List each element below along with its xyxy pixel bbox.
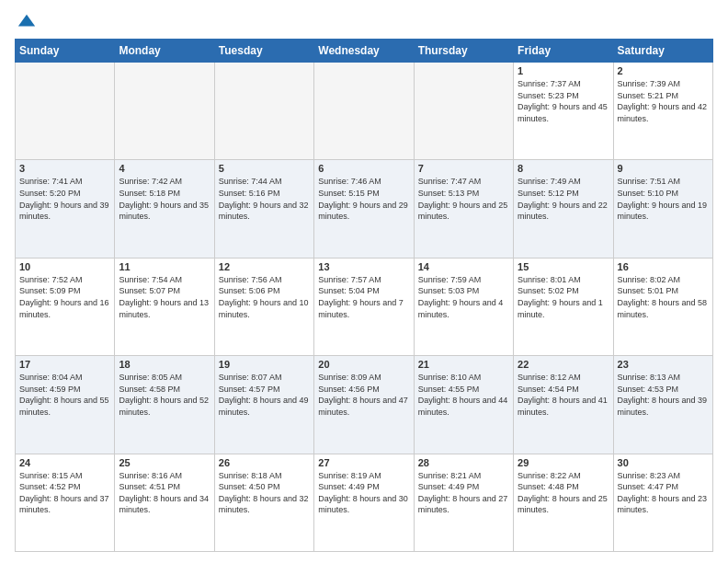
calendar-cell: 24Sunrise: 8:15 AM Sunset: 4:52 PM Dayli… bbox=[16, 454, 115, 551]
day-info: Sunrise: 8:05 AM Sunset: 4:58 PM Dayligh… bbox=[119, 372, 210, 418]
calendar-cell: 25Sunrise: 8:16 AM Sunset: 4:51 PM Dayli… bbox=[115, 454, 214, 551]
calendar-cell: 17Sunrise: 8:04 AM Sunset: 4:59 PM Dayli… bbox=[16, 356, 115, 454]
day-info: Sunrise: 7:41 AM Sunset: 5:20 PM Dayligh… bbox=[19, 176, 110, 222]
day-number: 28 bbox=[418, 457, 509, 468]
day-info: Sunrise: 7:37 AM Sunset: 5:23 PM Dayligh… bbox=[518, 78, 609, 124]
calendar-week-row: 3Sunrise: 7:41 AM Sunset: 5:20 PM Daylig… bbox=[16, 160, 713, 258]
day-number: 1 bbox=[518, 65, 609, 76]
day-info: Sunrise: 8:13 AM Sunset: 4:53 PM Dayligh… bbox=[618, 372, 709, 418]
weekday-header-tuesday: Tuesday bbox=[214, 40, 313, 63]
day-info: Sunrise: 8:09 AM Sunset: 4:56 PM Dayligh… bbox=[318, 372, 409, 418]
calendar-cell: 20Sunrise: 8:09 AM Sunset: 4:56 PM Dayli… bbox=[314, 356, 414, 454]
day-number: 24 bbox=[19, 457, 110, 468]
calendar-cell: 16Sunrise: 8:02 AM Sunset: 5:01 PM Dayli… bbox=[613, 258, 712, 355]
calendar-cell: 27Sunrise: 8:19 AM Sunset: 4:49 PM Dayli… bbox=[314, 454, 414, 551]
calendar-cell bbox=[115, 63, 214, 160]
day-number: 30 bbox=[618, 457, 709, 468]
day-number: 21 bbox=[418, 359, 509, 370]
day-number: 29 bbox=[518, 457, 609, 468]
calendar-cell bbox=[214, 63, 313, 160]
logo bbox=[15, 11, 37, 31]
calendar-cell: 21Sunrise: 8:10 AM Sunset: 4:55 PM Dayli… bbox=[414, 356, 513, 454]
day-info: Sunrise: 8:22 AM Sunset: 4:48 PM Dayligh… bbox=[518, 470, 609, 516]
day-number: 11 bbox=[119, 261, 210, 272]
calendar-cell: 6Sunrise: 7:46 AM Sunset: 5:15 PM Daylig… bbox=[314, 160, 414, 258]
day-info: Sunrise: 8:21 AM Sunset: 4:49 PM Dayligh… bbox=[418, 470, 509, 516]
calendar-cell: 13Sunrise: 7:57 AM Sunset: 5:04 PM Dayli… bbox=[314, 258, 414, 355]
calendar-cell: 12Sunrise: 7:56 AM Sunset: 5:06 PM Dayli… bbox=[214, 258, 313, 355]
day-info: Sunrise: 8:01 AM Sunset: 5:02 PM Dayligh… bbox=[518, 274, 609, 320]
day-info: Sunrise: 7:47 AM Sunset: 5:13 PM Dayligh… bbox=[418, 176, 509, 222]
day-info: Sunrise: 8:15 AM Sunset: 4:52 PM Dayligh… bbox=[19, 470, 110, 516]
calendar-cell: 1Sunrise: 7:37 AM Sunset: 5:23 PM Daylig… bbox=[514, 63, 613, 160]
weekday-header-wednesday: Wednesday bbox=[314, 40, 414, 63]
calendar-cell: 7Sunrise: 7:47 AM Sunset: 5:13 PM Daylig… bbox=[414, 160, 513, 258]
logo-text bbox=[15, 11, 37, 31]
day-number: 20 bbox=[318, 359, 409, 370]
day-info: Sunrise: 8:12 AM Sunset: 4:54 PM Dayligh… bbox=[518, 372, 609, 418]
calendar-cell: 29Sunrise: 8:22 AM Sunset: 4:48 PM Dayli… bbox=[514, 454, 613, 551]
weekday-header-monday: Monday bbox=[115, 40, 214, 63]
day-info: Sunrise: 8:18 AM Sunset: 4:50 PM Dayligh… bbox=[219, 470, 310, 516]
calendar-cell: 2Sunrise: 7:39 AM Sunset: 5:21 PM Daylig… bbox=[613, 63, 712, 160]
day-info: Sunrise: 8:07 AM Sunset: 4:57 PM Dayligh… bbox=[219, 372, 310, 418]
day-info: Sunrise: 7:56 AM Sunset: 5:06 PM Dayligh… bbox=[219, 274, 310, 320]
calendar-cell: 14Sunrise: 7:59 AM Sunset: 5:03 PM Dayli… bbox=[414, 258, 513, 355]
day-number: 9 bbox=[618, 163, 709, 174]
day-number: 19 bbox=[219, 359, 310, 370]
day-info: Sunrise: 7:52 AM Sunset: 5:09 PM Dayligh… bbox=[19, 274, 110, 320]
weekday-header-thursday: Thursday bbox=[414, 40, 513, 63]
calendar-cell: 18Sunrise: 8:05 AM Sunset: 4:58 PM Dayli… bbox=[115, 356, 214, 454]
day-number: 17 bbox=[19, 359, 110, 370]
day-number: 4 bbox=[119, 163, 210, 174]
day-info: Sunrise: 7:51 AM Sunset: 5:10 PM Dayligh… bbox=[618, 176, 709, 222]
calendar-cell bbox=[414, 63, 513, 160]
day-number: 12 bbox=[219, 261, 310, 272]
page: SundayMondayTuesdayWednesdayThursdayFrid… bbox=[0, 0, 728, 563]
day-number: 6 bbox=[318, 163, 409, 174]
calendar-cell: 10Sunrise: 7:52 AM Sunset: 5:09 PM Dayli… bbox=[16, 258, 115, 355]
calendar-cell: 9Sunrise: 7:51 AM Sunset: 5:10 PM Daylig… bbox=[613, 160, 712, 258]
calendar-cell: 28Sunrise: 8:21 AM Sunset: 4:49 PM Dayli… bbox=[414, 454, 513, 551]
day-number: 13 bbox=[318, 261, 409, 272]
day-info: Sunrise: 7:46 AM Sunset: 5:15 PM Dayligh… bbox=[318, 176, 409, 222]
calendar-cell: 11Sunrise: 7:54 AM Sunset: 5:07 PM Dayli… bbox=[115, 258, 214, 355]
day-number: 15 bbox=[518, 261, 609, 272]
calendar-week-row: 17Sunrise: 8:04 AM Sunset: 4:59 PM Dayli… bbox=[16, 356, 713, 454]
calendar-cell: 22Sunrise: 8:12 AM Sunset: 4:54 PM Dayli… bbox=[514, 356, 613, 454]
day-info: Sunrise: 8:16 AM Sunset: 4:51 PM Dayligh… bbox=[119, 470, 210, 516]
day-info: Sunrise: 7:42 AM Sunset: 5:18 PM Dayligh… bbox=[119, 176, 210, 222]
svg-marker-0 bbox=[18, 15, 35, 27]
day-number: 2 bbox=[618, 65, 709, 76]
calendar-cell bbox=[314, 63, 414, 160]
day-info: Sunrise: 8:04 AM Sunset: 4:59 PM Dayligh… bbox=[19, 372, 110, 418]
day-number: 14 bbox=[418, 261, 509, 272]
day-number: 8 bbox=[518, 163, 609, 174]
day-number: 22 bbox=[518, 359, 609, 370]
calendar-week-row: 10Sunrise: 7:52 AM Sunset: 5:09 PM Dayli… bbox=[16, 258, 713, 355]
day-info: Sunrise: 8:02 AM Sunset: 5:01 PM Dayligh… bbox=[618, 274, 709, 320]
calendar-cell: 8Sunrise: 7:49 AM Sunset: 5:12 PM Daylig… bbox=[514, 160, 613, 258]
calendar-week-row: 24Sunrise: 8:15 AM Sunset: 4:52 PM Dayli… bbox=[16, 454, 713, 551]
day-number: 27 bbox=[318, 457, 409, 468]
calendar-week-row: 1Sunrise: 7:37 AM Sunset: 5:23 PM Daylig… bbox=[16, 63, 713, 160]
day-number: 23 bbox=[618, 359, 709, 370]
calendar-cell: 23Sunrise: 8:13 AM Sunset: 4:53 PM Dayli… bbox=[613, 356, 712, 454]
weekday-header-friday: Friday bbox=[514, 40, 613, 63]
calendar-cell: 19Sunrise: 8:07 AM Sunset: 4:57 PM Dayli… bbox=[214, 356, 313, 454]
day-number: 5 bbox=[219, 163, 310, 174]
weekday-header-saturday: Saturday bbox=[613, 40, 712, 63]
day-info: Sunrise: 7:49 AM Sunset: 5:12 PM Dayligh… bbox=[518, 176, 609, 222]
day-info: Sunrise: 8:19 AM Sunset: 4:49 PM Dayligh… bbox=[318, 470, 409, 516]
calendar-cell: 26Sunrise: 8:18 AM Sunset: 4:50 PM Dayli… bbox=[214, 454, 313, 551]
day-info: Sunrise: 7:59 AM Sunset: 5:03 PM Dayligh… bbox=[418, 274, 509, 320]
calendar-cell: 15Sunrise: 8:01 AM Sunset: 5:02 PM Dayli… bbox=[514, 258, 613, 355]
day-info: Sunrise: 7:39 AM Sunset: 5:21 PM Dayligh… bbox=[618, 78, 709, 124]
day-number: 3 bbox=[19, 163, 110, 174]
logo-icon bbox=[17, 11, 37, 31]
day-number: 7 bbox=[418, 163, 509, 174]
day-number: 26 bbox=[219, 457, 310, 468]
calendar-table: SundayMondayTuesdayWednesdayThursdayFrid… bbox=[15, 39, 713, 552]
calendar-cell: 3Sunrise: 7:41 AM Sunset: 5:20 PM Daylig… bbox=[16, 160, 115, 258]
day-number: 18 bbox=[119, 359, 210, 370]
